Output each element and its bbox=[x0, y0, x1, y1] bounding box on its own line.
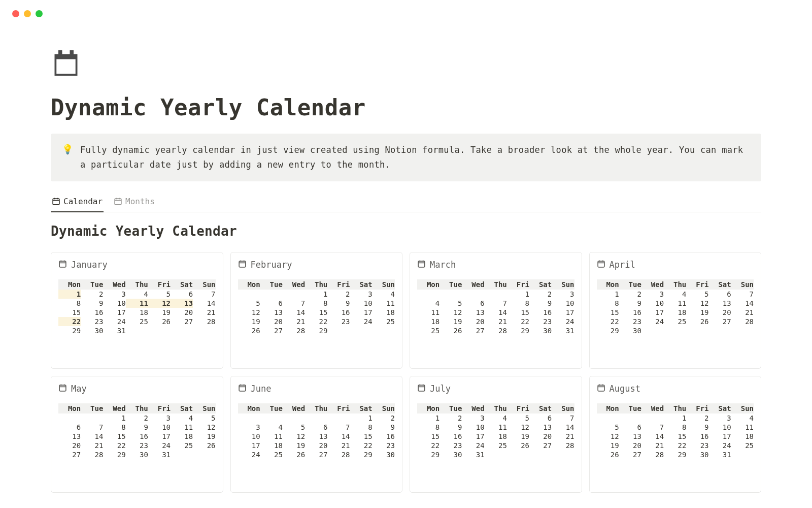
day-cell[interactable]: 10 bbox=[552, 299, 574, 308]
day-cell[interactable]: 5 bbox=[193, 414, 215, 423]
day-cell[interactable]: 2 bbox=[529, 290, 552, 299]
day-cell[interactable]: 9 bbox=[619, 299, 641, 308]
day-cell[interactable]: 26 bbox=[148, 317, 171, 326]
day-cell[interactable]: 21 bbox=[81, 441, 103, 450]
day-cell[interactable]: 25 bbox=[485, 441, 507, 450]
day-cell[interactable]: 6 bbox=[462, 299, 484, 308]
day-cell[interactable]: 12 bbox=[238, 308, 260, 317]
day-cell[interactable]: 27 bbox=[305, 450, 327, 459]
day-cell[interactable]: 11 bbox=[664, 299, 686, 308]
day-cell[interactable]: 7 bbox=[193, 290, 215, 299]
day-cell[interactable]: 24 bbox=[103, 317, 125, 326]
day-cell[interactable]: 28 bbox=[485, 326, 507, 335]
day-cell[interactable]: 22 bbox=[305, 317, 327, 326]
day-cell[interactable]: 12 bbox=[193, 423, 215, 432]
day-cell[interactable]: 26 bbox=[283, 450, 305, 459]
day-cell[interactable]: 7 bbox=[283, 299, 305, 308]
day-cell[interactable]: 23 bbox=[439, 441, 462, 450]
day-cell[interactable]: 13 bbox=[58, 432, 81, 441]
close-window-button[interactable] bbox=[12, 10, 19, 17]
day-cell[interactable]: 10 bbox=[148, 423, 171, 432]
day-cell[interactable]: 30 bbox=[439, 450, 462, 459]
day-cell[interactable]: 23 bbox=[373, 441, 395, 450]
day-cell[interactable]: 6 bbox=[171, 290, 193, 299]
day-cell[interactable]: 22 bbox=[103, 441, 125, 450]
day-cell[interactable]: 14 bbox=[485, 308, 507, 317]
day-cell[interactable]: 2 bbox=[619, 290, 641, 299]
day-cell[interactable]: 30 bbox=[619, 326, 641, 335]
day-cell[interactable]: 23 bbox=[126, 441, 148, 450]
day-cell[interactable]: 17 bbox=[238, 441, 260, 450]
day-cell[interactable]: 2 bbox=[126, 414, 148, 423]
day-cell[interactable]: 4 bbox=[664, 290, 686, 299]
day-cell[interactable]: 1 bbox=[507, 290, 529, 299]
day-cell[interactable]: 5 bbox=[148, 290, 171, 299]
day-cell[interactable]: 2 bbox=[327, 290, 350, 299]
day-cell[interactable]: 31 bbox=[462, 450, 484, 459]
day-cell[interactable]: 10 bbox=[238, 432, 260, 441]
day-cell[interactable]: 19 bbox=[193, 432, 215, 441]
day-cell[interactable]: 12 bbox=[507, 423, 529, 432]
day-cell[interactable]: 14 bbox=[731, 299, 754, 308]
day-cell[interactable]: 9 bbox=[529, 299, 552, 308]
day-cell[interactable]: 17 bbox=[552, 308, 574, 317]
day-cell[interactable]: 7 bbox=[731, 290, 754, 299]
day-cell[interactable]: 8 bbox=[597, 299, 619, 308]
day-cell[interactable]: 1 bbox=[664, 414, 686, 423]
day-cell[interactable]: 17 bbox=[641, 308, 664, 317]
month-card-march[interactable]: MarchMonTueWedThuFriSatSun12345678910111… bbox=[410, 252, 582, 369]
day-cell[interactable]: 2 bbox=[686, 414, 708, 423]
day-cell[interactable]: 29 bbox=[507, 326, 529, 335]
day-cell[interactable]: 22 bbox=[58, 317, 81, 326]
day-cell[interactable]: 27 bbox=[619, 450, 641, 459]
day-cell[interactable]: 14 bbox=[81, 432, 103, 441]
day-cell[interactable]: 9 bbox=[126, 423, 148, 432]
day-cell[interactable]: 8 bbox=[507, 299, 529, 308]
day-cell[interactable]: 13 bbox=[462, 308, 484, 317]
day-cell[interactable]: 6 bbox=[709, 290, 731, 299]
month-card-july[interactable]: JulyMonTueWedThuFriSatSun123456789101112… bbox=[410, 376, 582, 493]
day-cell[interactable]: 17 bbox=[103, 308, 125, 317]
day-cell[interactable]: 13 bbox=[529, 423, 552, 432]
day-cell[interactable]: 20 bbox=[260, 317, 283, 326]
day-cell[interactable]: 21 bbox=[193, 308, 215, 317]
day-cell[interactable]: 19 bbox=[439, 317, 462, 326]
day-cell[interactable]: 22 bbox=[664, 441, 686, 450]
day-cell[interactable]: 19 bbox=[238, 317, 260, 326]
day-cell[interactable]: 10 bbox=[462, 423, 484, 432]
day-cell[interactable]: 20 bbox=[709, 308, 731, 317]
day-cell[interactable]: 24 bbox=[709, 441, 731, 450]
day-cell[interactable]: 18 bbox=[260, 441, 283, 450]
day-cell[interactable]: 3 bbox=[641, 290, 664, 299]
day-cell[interactable]: 23 bbox=[529, 317, 552, 326]
day-cell[interactable]: 20 bbox=[619, 441, 641, 450]
day-cell[interactable]: 11 bbox=[373, 299, 395, 308]
day-cell[interactable]: 5 bbox=[238, 299, 260, 308]
day-cell[interactable]: 25 bbox=[373, 317, 395, 326]
day-cell[interactable]: 30 bbox=[529, 326, 552, 335]
day-cell[interactable]: 24 bbox=[641, 317, 664, 326]
day-cell[interactable]: 18 bbox=[664, 308, 686, 317]
day-cell[interactable]: 4 bbox=[126, 290, 148, 299]
day-cell[interactable]: 5 bbox=[507, 414, 529, 423]
day-cell[interactable]: 4 bbox=[373, 290, 395, 299]
day-cell[interactable]: 31 bbox=[148, 450, 171, 459]
day-cell[interactable]: 12 bbox=[283, 432, 305, 441]
day-cell[interactable]: 16 bbox=[619, 308, 641, 317]
day-cell[interactable]: 26 bbox=[238, 326, 260, 335]
day-cell[interactable]: 30 bbox=[686, 450, 708, 459]
day-cell[interactable]: 21 bbox=[485, 317, 507, 326]
day-cell[interactable]: 4 bbox=[485, 414, 507, 423]
day-cell[interactable]: 18 bbox=[373, 308, 395, 317]
day-cell[interactable]: 4 bbox=[171, 414, 193, 423]
minimize-window-button[interactable] bbox=[24, 10, 31, 17]
day-cell[interactable]: 8 bbox=[305, 299, 327, 308]
day-cell[interactable]: 15 bbox=[305, 308, 327, 317]
day-cell[interactable]: 20 bbox=[529, 432, 552, 441]
day-cell[interactable]: 20 bbox=[58, 441, 81, 450]
day-cell[interactable]: 28 bbox=[327, 450, 350, 459]
day-cell[interactable]: 25 bbox=[417, 326, 439, 335]
tab-months[interactable]: Months bbox=[113, 194, 156, 211]
day-cell[interactable]: 7 bbox=[641, 423, 664, 432]
day-cell[interactable]: 3 bbox=[148, 414, 171, 423]
